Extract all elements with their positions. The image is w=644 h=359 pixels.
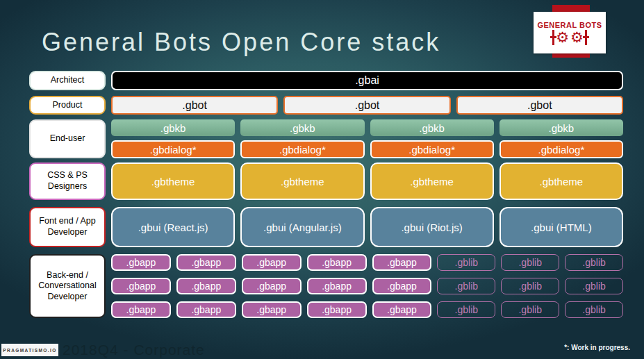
role-label-designers: CSS & PS Designers bbox=[29, 162, 106, 200]
footer-text: 2018Q4 - Corporate bbox=[63, 342, 205, 358]
role-label-appdev: Font end / App Developer bbox=[29, 207, 106, 247]
block-gbdialog: .gbdialog* bbox=[370, 140, 494, 158]
row-gbkb: .gbkb .gbkb .gbkb .gbkb bbox=[111, 119, 623, 136]
block-gbot: .gbot bbox=[283, 96, 450, 115]
block-gbui-riot: .gbui (Riot.js) bbox=[370, 207, 494, 247]
band-backend-content: .gbapp .gbapp .gbapp .gbapp .gbapp .gbli… bbox=[111, 254, 623, 318]
stack-diagram: Architect .gbai Product .gbot .gbot .gbo… bbox=[29, 71, 623, 318]
row-apps-3: .gbapp .gbapp .gbapp .gbapp .gbapp .gbli… bbox=[111, 301, 623, 318]
row-apps-1: .gbapp .gbapp .gbapp .gbapp .gbapp .gbli… bbox=[111, 254, 623, 271]
block-gbui-react: .gbui (React.js) bbox=[111, 207, 235, 247]
role-label-architect: Architect bbox=[29, 71, 106, 90]
gears-icon: ⚙ ⚙ bbox=[552, 30, 587, 45]
block-gbapp: .gbapp bbox=[307, 278, 367, 294]
role-label-backend: Back-end / Conversational Developer bbox=[29, 254, 106, 318]
block-gbapp: .gbapp bbox=[176, 278, 236, 294]
block-gbapp: .gbapp bbox=[307, 301, 367, 318]
page-title: General Bots Open Core stack bbox=[42, 28, 440, 57]
block-gbdialog: .gbdialog* bbox=[111, 140, 235, 158]
block-gbkb: .gbkb bbox=[111, 119, 235, 136]
block-gbui-html: .gbui (HTML) bbox=[499, 207, 623, 247]
band-enduser: End-user .gbkb .gbkb .gbkb .gbkb .gbdial… bbox=[29, 119, 623, 158]
row-gbtheme: .gbtheme .gbtheme .gbtheme .gbtheme bbox=[111, 162, 623, 200]
block-gbapp: .gbapp bbox=[176, 254, 236, 271]
band-architect: Architect .gbai bbox=[29, 71, 623, 90]
gear-bar-right bbox=[585, 30, 587, 45]
block-gbapp: .gbapp bbox=[372, 301, 432, 318]
block-gbot: .gbot bbox=[456, 96, 623, 115]
block-gbapp: .gbapp bbox=[242, 278, 302, 294]
gear-bar-left bbox=[552, 30, 554, 45]
band-appdev: Font end / App Developer .gbui (React.js… bbox=[29, 207, 623, 247]
row-gbot: .gbot .gbot .gbot bbox=[111, 96, 623, 115]
pragmatismo-badge: PRAGMATISMO.IO bbox=[1, 344, 58, 356]
block-gblib: .gblib bbox=[501, 278, 559, 294]
slide: General Bots Open Core stack GENERAL BOT… bbox=[0, 0, 644, 359]
block-gbapp: .gbapp bbox=[111, 301, 171, 318]
block-gblib: .gblib bbox=[437, 254, 495, 271]
block-gbkb: .gbkb bbox=[370, 119, 494, 136]
block-gblib: .gblib bbox=[501, 301, 559, 318]
row-gbai: .gbai bbox=[111, 71, 623, 90]
block-gbapp: .gbapp bbox=[176, 301, 236, 318]
block-gbapp: .gbapp bbox=[372, 278, 432, 294]
block-gbapp: .gbapp bbox=[242, 301, 302, 318]
block-gbot: .gbot bbox=[111, 96, 278, 115]
block-gblib: .gblib bbox=[437, 278, 495, 294]
gear-icon: ⚙ bbox=[556, 30, 569, 44]
band-appdev-content: .gbui (React.js) .gbui (Angular.js) .gbu… bbox=[111, 207, 623, 247]
role-label-enduser: End-user bbox=[29, 119, 106, 158]
band-designers: CSS & PS Designers .gbtheme .gbtheme .gb… bbox=[29, 162, 623, 200]
block-gblib: .gblib bbox=[565, 301, 623, 318]
block-gbkb: .gbkb bbox=[499, 119, 623, 136]
row-gbui: .gbui (React.js) .gbui (Angular.js) .gbu… bbox=[111, 207, 623, 247]
block-gbtheme: .gbtheme bbox=[499, 162, 623, 200]
band-product-content: .gbot .gbot .gbot bbox=[111, 96, 623, 115]
block-gbdialog: .gbdialog* bbox=[240, 140, 364, 158]
band-enduser-content: .gbkb .gbkb .gbkb .gbkb .gbdialog* .gbdi… bbox=[111, 119, 623, 158]
row-apps-2: .gbapp .gbapp .gbapp .gbapp .gbapp .gbli… bbox=[111, 278, 623, 294]
logo-wordmark: GENERAL BOTS bbox=[537, 21, 602, 29]
block-gbapp: .gbapp bbox=[307, 254, 367, 271]
block-gbapp: .gbapp bbox=[372, 254, 432, 271]
block-gbtheme: .gbtheme bbox=[111, 162, 235, 200]
block-gbapp: .gbapp bbox=[111, 278, 171, 294]
block-gbapp: .gbapp bbox=[242, 254, 302, 271]
band-backend: Back-end / Conversational Developer .gba… bbox=[29, 254, 623, 318]
band-architect-content: .gbai bbox=[111, 71, 623, 90]
block-gbui-angular: .gbui (Angular.js) bbox=[240, 207, 364, 247]
band-product: Product .gbot .gbot .gbot bbox=[29, 96, 623, 115]
row-gbdialog: .gbdialog* .gbdialog* .gbdialog* .gbdial… bbox=[111, 140, 623, 158]
block-gbkb: .gbkb bbox=[240, 119, 364, 136]
gear-icon: ⚙ bbox=[570, 30, 584, 44]
block-gbdialog: .gbdialog* bbox=[499, 140, 623, 158]
block-gbtheme: .gbtheme bbox=[240, 162, 364, 200]
block-gbai: .gbai bbox=[111, 71, 623, 90]
block-gblib: .gblib bbox=[501, 254, 559, 271]
block-gbtheme: .gbtheme bbox=[370, 162, 494, 200]
block-gbapp: .gbapp bbox=[111, 254, 171, 271]
role-label-product: Product bbox=[29, 96, 106, 115]
work-in-progress-note: *: Work in progress. bbox=[564, 344, 630, 351]
general-bots-logo: GENERAL BOTS ⚙ ⚙ bbox=[534, 12, 606, 53]
block-gblib: .gblib bbox=[565, 278, 623, 294]
block-gblib: .gblib bbox=[437, 301, 495, 318]
block-gblib: .gblib bbox=[565, 254, 623, 271]
band-designers-content: .gbtheme .gbtheme .gbtheme .gbtheme bbox=[111, 162, 623, 200]
